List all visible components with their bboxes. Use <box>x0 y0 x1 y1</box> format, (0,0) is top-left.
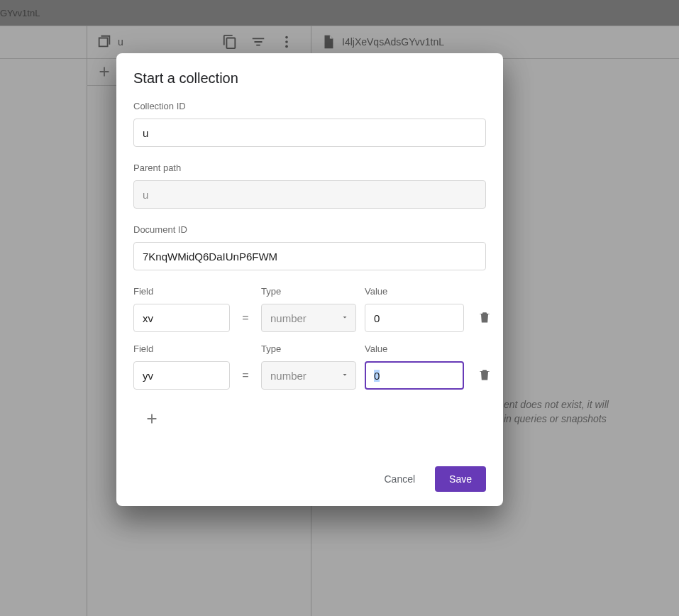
field-type-select[interactable] <box>261 304 356 332</box>
field-name-input[interactable] <box>133 361 230 390</box>
start-collection-dialog: Start a collection Collection ID Parent … <box>116 53 503 506</box>
type-label: Type <box>261 286 356 297</box>
document-id-input[interactable] <box>133 242 486 270</box>
delete-field-button[interactable] <box>473 361 497 390</box>
parent-path-label: Parent path <box>133 163 486 173</box>
field-row: Field = Type Value <box>133 343 486 390</box>
equals-sign: = <box>238 361 253 390</box>
cancel-button[interactable]: Cancel <box>378 468 421 490</box>
value-label: Value <box>365 286 464 297</box>
type-label: Type <box>261 343 356 354</box>
field-type-select[interactable] <box>261 361 356 390</box>
plus-icon <box>144 411 160 429</box>
add-field-button[interactable] <box>139 407 165 432</box>
equals-sign: = <box>238 304 253 332</box>
parent-path-input <box>133 180 486 209</box>
trash-icon <box>477 368 492 384</box>
field-name-input[interactable] <box>133 304 230 332</box>
value-label: Value <box>365 343 464 354</box>
collection-id-input[interactable] <box>133 119 486 147</box>
dialog-title: Start a collection <box>133 70 486 87</box>
field-label: Field <box>133 286 230 297</box>
collection-id-label: Collection ID <box>133 101 486 111</box>
trash-icon <box>477 310 492 326</box>
dialog-actions: Cancel Save <box>133 466 486 492</box>
field-label: Field <box>133 343 230 354</box>
delete-field-button[interactable] <box>473 304 497 332</box>
field-value-input[interactable] <box>365 361 464 390</box>
save-button[interactable]: Save <box>435 466 486 492</box>
field-value-input[interactable] <box>365 304 464 332</box>
document-id-label: Document ID <box>133 224 486 235</box>
field-row: Field = Type Value <box>133 286 486 332</box>
